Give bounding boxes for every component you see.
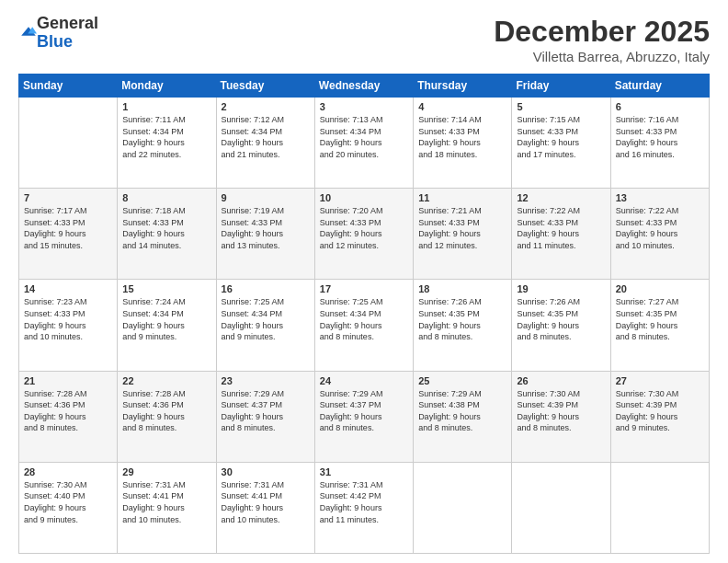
table-row: 17Sunrise: 7:25 AM Sunset: 4:34 PM Dayli… xyxy=(314,280,413,371)
day-number: 21 xyxy=(24,375,112,386)
day-number: 22 xyxy=(122,375,210,386)
day-info: Sunrise: 7:25 AM Sunset: 4:34 PM Dayligh… xyxy=(222,296,310,342)
day-number: 20 xyxy=(616,283,704,294)
day-number: 3 xyxy=(320,101,408,112)
day-number: 5 xyxy=(517,101,605,112)
day-number: 14 xyxy=(24,283,112,294)
day-number: 4 xyxy=(418,101,506,112)
table-row: 24Sunrise: 7:29 AM Sunset: 4:37 PM Dayli… xyxy=(314,371,413,462)
day-info: Sunrise: 7:30 AM Sunset: 4:40 PM Dayligh… xyxy=(24,479,112,525)
day-info: Sunrise: 7:29 AM Sunset: 4:38 PM Dayligh… xyxy=(418,388,506,434)
logo: General Blue xyxy=(18,15,98,52)
table-row: 14Sunrise: 7:23 AM Sunset: 4:33 PM Dayli… xyxy=(19,280,118,371)
logo-icon xyxy=(20,23,37,40)
table-row: 26Sunrise: 7:30 AM Sunset: 4:39 PM Dayli… xyxy=(512,371,610,462)
table-row: 5Sunrise: 7:15 AM Sunset: 4:33 PM Daylig… xyxy=(512,98,610,189)
table-row: 2Sunrise: 7:12 AM Sunset: 4:34 PM Daylig… xyxy=(216,98,314,189)
day-info: Sunrise: 7:31 AM Sunset: 4:41 PM Dayligh… xyxy=(222,479,310,525)
table-row: 30Sunrise: 7:31 AM Sunset: 4:41 PM Dayli… xyxy=(216,462,314,553)
table-row: 25Sunrise: 7:29 AM Sunset: 4:38 PM Dayli… xyxy=(414,371,512,462)
logo-text: General Blue xyxy=(37,15,98,52)
day-number: 6 xyxy=(616,101,704,112)
day-info: Sunrise: 7:20 AM Sunset: 4:33 PM Dayligh… xyxy=(320,205,408,251)
day-number: 26 xyxy=(517,375,605,386)
table-row xyxy=(414,462,512,553)
day-number: 16 xyxy=(222,283,310,294)
calendar-subtitle: Villetta Barrea, Abruzzo, Italy xyxy=(494,49,710,64)
table-row: 6Sunrise: 7:16 AM Sunset: 4:33 PM Daylig… xyxy=(610,98,709,189)
day-info: Sunrise: 7:30 AM Sunset: 4:39 PM Dayligh… xyxy=(517,388,605,434)
day-info: Sunrise: 7:31 AM Sunset: 4:42 PM Dayligh… xyxy=(320,479,408,525)
table-row: 13Sunrise: 7:22 AM Sunset: 4:33 PM Dayli… xyxy=(610,189,709,280)
day-info: Sunrise: 7:19 AM Sunset: 4:33 PM Dayligh… xyxy=(222,205,310,251)
day-info: Sunrise: 7:23 AM Sunset: 4:33 PM Dayligh… xyxy=(24,296,112,342)
day-info: Sunrise: 7:14 AM Sunset: 4:33 PM Dayligh… xyxy=(418,114,506,160)
table-row: 20Sunrise: 7:27 AM Sunset: 4:35 PM Dayli… xyxy=(610,280,709,371)
day-info: Sunrise: 7:21 AM Sunset: 4:33 PM Dayligh… xyxy=(418,205,506,251)
table-row: 29Sunrise: 7:31 AM Sunset: 4:41 PM Dayli… xyxy=(118,462,216,553)
day-info: Sunrise: 7:18 AM Sunset: 4:33 PM Dayligh… xyxy=(122,205,210,251)
day-info: Sunrise: 7:16 AM Sunset: 4:33 PM Dayligh… xyxy=(616,114,704,160)
day-info: Sunrise: 7:13 AM Sunset: 4:34 PM Dayligh… xyxy=(320,114,408,160)
day-info: Sunrise: 7:12 AM Sunset: 4:34 PM Dayligh… xyxy=(222,114,310,160)
day-info: Sunrise: 7:29 AM Sunset: 4:37 PM Dayligh… xyxy=(222,388,310,434)
day-info: Sunrise: 7:26 AM Sunset: 4:35 PM Dayligh… xyxy=(517,296,605,342)
day-info: Sunrise: 7:29 AM Sunset: 4:37 PM Dayligh… xyxy=(320,388,408,434)
table-row xyxy=(512,462,610,553)
table-row: 4Sunrise: 7:14 AM Sunset: 4:33 PM Daylig… xyxy=(414,98,512,189)
calendar-header-row: Sunday Monday Tuesday Wednesday Thursday… xyxy=(19,75,710,98)
table-row: 10Sunrise: 7:20 AM Sunset: 4:33 PM Dayli… xyxy=(314,189,413,280)
col-saturday: Saturday xyxy=(610,75,709,98)
table-row: 7Sunrise: 7:17 AM Sunset: 4:33 PM Daylig… xyxy=(19,189,118,280)
table-row: 1Sunrise: 7:11 AM Sunset: 4:34 PM Daylig… xyxy=(118,98,216,189)
table-row: 27Sunrise: 7:30 AM Sunset: 4:39 PM Dayli… xyxy=(610,371,709,462)
table-row: 8Sunrise: 7:18 AM Sunset: 4:33 PM Daylig… xyxy=(118,189,216,280)
table-row: 12Sunrise: 7:22 AM Sunset: 4:33 PM Dayli… xyxy=(512,189,610,280)
day-number: 1 xyxy=(122,101,210,112)
day-number: 15 xyxy=(122,283,210,294)
day-number: 28 xyxy=(24,466,112,477)
day-number: 11 xyxy=(418,192,506,203)
day-number: 31 xyxy=(320,466,408,477)
day-info: Sunrise: 7:28 AM Sunset: 4:36 PM Dayligh… xyxy=(122,388,210,434)
table-row: 19Sunrise: 7:26 AM Sunset: 4:35 PM Dayli… xyxy=(512,280,610,371)
day-number: 24 xyxy=(320,375,408,386)
day-number: 13 xyxy=(616,192,704,203)
day-info: Sunrise: 7:27 AM Sunset: 4:35 PM Dayligh… xyxy=(616,296,704,342)
day-info: Sunrise: 7:25 AM Sunset: 4:34 PM Dayligh… xyxy=(320,296,408,342)
day-info: Sunrise: 7:30 AM Sunset: 4:39 PM Dayligh… xyxy=(616,388,704,434)
calendar-table: Sunday Monday Tuesday Wednesday Thursday… xyxy=(18,74,710,554)
day-number: 2 xyxy=(222,101,310,112)
day-number: 8 xyxy=(122,192,210,203)
day-number: 27 xyxy=(616,375,704,386)
table-row: 23Sunrise: 7:29 AM Sunset: 4:37 PM Dayli… xyxy=(216,371,314,462)
table-row xyxy=(19,98,118,189)
day-info: Sunrise: 7:15 AM Sunset: 4:33 PM Dayligh… xyxy=(517,114,605,160)
col-wednesday: Wednesday xyxy=(314,75,413,98)
calendar-title: December 2025 xyxy=(494,15,710,49)
col-friday: Friday xyxy=(512,75,610,98)
day-number: 23 xyxy=(222,375,310,386)
col-sunday: Sunday xyxy=(19,75,118,98)
day-number: 19 xyxy=(517,283,605,294)
day-info: Sunrise: 7:26 AM Sunset: 4:35 PM Dayligh… xyxy=(418,296,506,342)
day-info: Sunrise: 7:24 AM Sunset: 4:34 PM Dayligh… xyxy=(122,296,210,342)
day-info: Sunrise: 7:31 AM Sunset: 4:41 PM Dayligh… xyxy=(122,479,210,525)
day-number: 18 xyxy=(418,283,506,294)
page-header: General Blue December 2025 Villetta Barr… xyxy=(18,15,710,64)
day-number: 17 xyxy=(320,283,408,294)
col-thursday: Thursday xyxy=(414,75,512,98)
day-info: Sunrise: 7:22 AM Sunset: 4:33 PM Dayligh… xyxy=(616,205,704,251)
table-row: 16Sunrise: 7:25 AM Sunset: 4:34 PM Dayli… xyxy=(216,280,314,371)
table-row: 31Sunrise: 7:31 AM Sunset: 4:42 PM Dayli… xyxy=(314,462,413,553)
table-row: 28Sunrise: 7:30 AM Sunset: 4:40 PM Dayli… xyxy=(19,462,118,553)
col-tuesday: Tuesday xyxy=(216,75,314,98)
day-info: Sunrise: 7:28 AM Sunset: 4:36 PM Dayligh… xyxy=(24,388,112,434)
table-row: 15Sunrise: 7:24 AM Sunset: 4:34 PM Dayli… xyxy=(118,280,216,371)
day-number: 25 xyxy=(418,375,506,386)
day-number: 9 xyxy=(222,192,310,203)
table-row: 22Sunrise: 7:28 AM Sunset: 4:36 PM Dayli… xyxy=(118,371,216,462)
day-number: 10 xyxy=(320,192,408,203)
day-info: Sunrise: 7:11 AM Sunset: 4:34 PM Dayligh… xyxy=(122,114,210,160)
title-block: December 2025 Villetta Barrea, Abruzzo, … xyxy=(494,15,710,64)
